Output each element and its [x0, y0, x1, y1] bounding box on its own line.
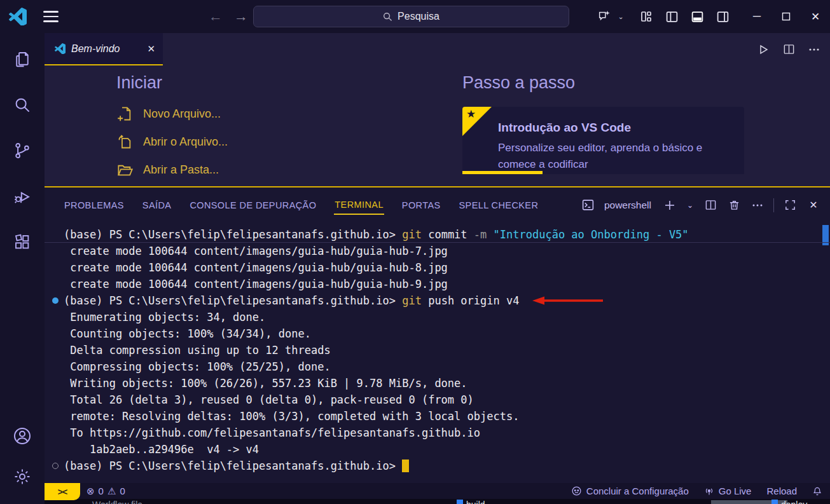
account-icon[interactable]: [7, 418, 38, 454]
terminal-text: 1ab2aeb..a29496e v4 -> v4: [64, 443, 259, 456]
bg-build-label: build: [457, 500, 485, 504]
run-debug-icon[interactable]: [7, 178, 38, 215]
reload-button[interactable]: Reload: [766, 486, 797, 496]
terminal-line: Total 26 (delta 3), reused 0 (delta 0), …: [45, 392, 830, 408]
tab-bem-vindo[interactable]: Bem-vindo ✕: [45, 33, 163, 65]
chevron-down-icon[interactable]: ⌄: [615, 6, 626, 27]
customize-layout-icon[interactable]: [635, 6, 657, 27]
open-file-link[interactable]: Abrir o Arquivo...: [116, 133, 228, 151]
copilot-setup-icon: [571, 486, 582, 496]
terminal-line: create mode 100644 content/imagens/guia-…: [45, 243, 830, 259]
extensions-icon[interactable]: [7, 224, 38, 261]
terminal-text: git: [402, 294, 428, 307]
background-window-sliver: Workflow file build deploy: [45, 499, 830, 504]
gutter: [51, 342, 61, 358]
nav-back-icon[interactable]: ←: [209, 8, 223, 25]
panel-header: PROBLEMAS SAÍDA CONSOLE DE DEPURAÇÃO TER…: [45, 187, 830, 222]
open-folder-link[interactable]: Abrir a Pasta...: [116, 161, 228, 179]
terminal-text: To https://github.com/felipesantanafs/fe…: [64, 426, 480, 439]
split-editor-icon[interactable]: [780, 41, 797, 58]
more-actions-icon[interactable]: [806, 41, 822, 58]
gutter: [51, 325, 61, 342]
panel-more-actions-icon[interactable]: [750, 198, 765, 213]
split-terminal-icon[interactable]: [703, 198, 718, 213]
start-section-title: Iniciar: [116, 73, 228, 93]
terminal-line: create mode 100644 content/imagens/guia-…: [45, 276, 830, 292]
source-control-icon[interactable]: [7, 132, 38, 169]
walkthrough-card[interactable]: ★ Introdução ao VS Code Personalize seu …: [462, 107, 744, 174]
walkthrough-progress-bar: [462, 171, 543, 174]
terminal-launch-chevron-icon[interactable]: ⌄: [686, 198, 695, 213]
terminal-text: Compressing objects: 100% (25/25), done.: [64, 360, 331, 373]
remote-indicator[interactable]: ><: [45, 483, 80, 500]
gutter: [51, 441, 61, 458]
kill-terminal-icon[interactable]: [726, 198, 742, 213]
terminal-line: remote: Resolving deltas: 100% (3/3), co…: [45, 408, 830, 425]
minimize-button[interactable]: ─: [742, 0, 771, 33]
tab-close-icon[interactable]: ✕: [147, 43, 155, 55]
star-icon: ★: [466, 107, 476, 121]
command-center-search[interactable]: Pesquisa: [253, 6, 569, 27]
terminal-text: (base) PS C:\Users\felip\felipesantanafs…: [64, 294, 402, 307]
terminal-line: Writing objects: 100% (26/26), 557.23 Ki…: [45, 375, 830, 392]
new-file-icon: [116, 106, 134, 123]
welcome-page: Iniciar Novo Arquivo... Abrir o Arquivo.…: [45, 65, 830, 186]
go-live-button[interactable]: Go Live: [704, 486, 752, 496]
new-terminal-icon[interactable]: [662, 198, 677, 213]
menu-hamburger-icon[interactable]: [43, 11, 59, 22]
editor-tab-bar: Bem-vindo ✕: [45, 33, 830, 65]
finish-setup-button[interactable]: Concluir a Configuração: [571, 486, 689, 496]
tab-terminal[interactable]: TERMINAL: [334, 196, 384, 215]
tab-saida[interactable]: SAÍDA: [142, 196, 172, 214]
vscode-file-icon: [55, 43, 66, 54]
annotation-arrow-icon: [532, 296, 604, 306]
gutter: [51, 375, 61, 392]
terminal-shell-label[interactable]: powershell: [604, 200, 651, 211]
terminal-line: (base) PS C:\Users\felip\felipesantanafs…: [45, 458, 830, 474]
search-icon: [383, 12, 392, 22]
settings-gear-icon[interactable]: [7, 458, 38, 495]
terminal-content[interactable]: (base) PS C:\Users\felip\felipesantanafs…: [45, 222, 830, 483]
maximize-button[interactable]: [771, 0, 801, 33]
activity-bar: [0, 33, 45, 504]
maximize-panel-icon[interactable]: [782, 198, 798, 213]
gutter: [51, 309, 61, 325]
tab-label: Bem-vindo: [71, 43, 141, 55]
error-count: 0: [99, 486, 104, 496]
close-panel-icon[interactable]: ✕: [806, 198, 821, 213]
tab-console-depuracao[interactable]: CONSOLE DE DEPURAÇÃO: [189, 196, 317, 214]
search-view-icon[interactable]: [7, 86, 38, 123]
tab-problemas[interactable]: PROBLEMAS: [64, 196, 125, 214]
start-item-label: Novo Arquivo...: [143, 107, 221, 121]
bg-deploy-icon: [771, 500, 778, 504]
gutter: [51, 408, 61, 425]
toggle-secondary-sidebar-icon[interactable]: [712, 6, 733, 27]
nav-forward-icon[interactable]: →: [234, 8, 248, 25]
explorer-icon[interactable]: [7, 41, 38, 78]
terminal-line: (base) PS C:\Users\felip\felipesantanafs…: [45, 226, 830, 243]
terminal-text: (base) PS C:\Users\felip\felipesantanafs…: [64, 228, 402, 241]
command-decoration-circle[interactable]: [51, 458, 61, 474]
toggle-primary-sidebar-icon[interactable]: [661, 6, 682, 27]
walkthrough-card-description: Personalize seu editor, aprenda o básico…: [498, 140, 721, 174]
command-decoration-dot[interactable]: [51, 292, 61, 309]
warning-count: 0: [120, 486, 125, 496]
run-file-icon[interactable]: [755, 41, 771, 58]
problems-status[interactable]: ⊗ 0 ⚠ 0: [86, 486, 125, 497]
terminal-line: create mode 100644 content/imagens/guia-…: [45, 259, 830, 276]
tab-spell-checker[interactable]: SPELL CHECKER: [459, 196, 539, 214]
new-file-link[interactable]: Novo Arquivo...: [116, 106, 228, 123]
copilot-icon[interactable]: [593, 6, 615, 27]
error-icon: ⊗: [86, 486, 95, 497]
gutter: [51, 276, 61, 292]
close-window-button[interactable]: ✕: [801, 0, 830, 33]
terminal-line: To https://github.com/felipesantanafs/fe…: [45, 425, 830, 441]
notifications-bell-icon[interactable]: [812, 486, 822, 496]
bg-deploy-label: deploy: [771, 500, 807, 504]
gutter: [51, 259, 61, 276]
powershell-terminal-icon[interactable]: [581, 198, 596, 213]
start-item-label: Abrir a Pasta...: [143, 163, 219, 177]
toggle-panel-icon[interactable]: [686, 6, 708, 27]
tab-portas[interactable]: PORTAS: [401, 196, 441, 214]
vscode-logo-icon: [9, 8, 27, 25]
